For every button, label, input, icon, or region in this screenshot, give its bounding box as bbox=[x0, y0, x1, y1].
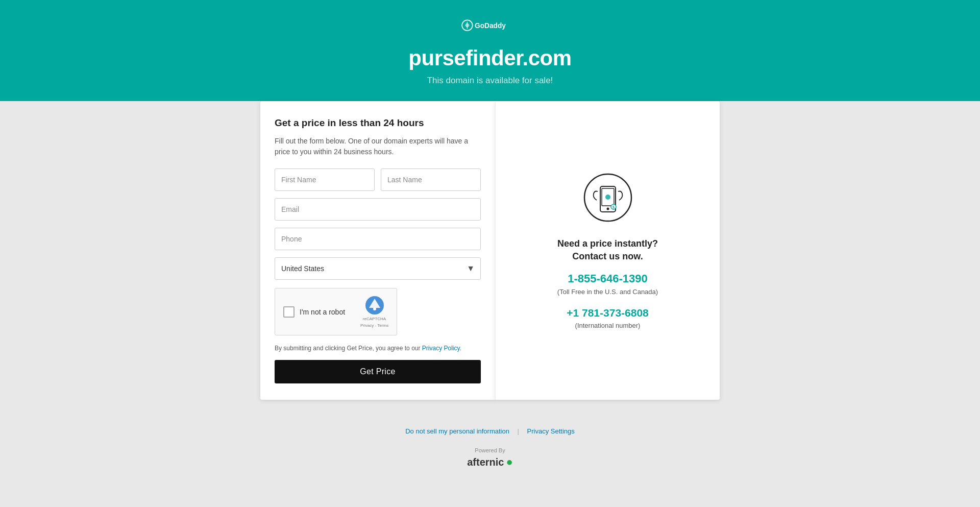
recaptcha-widget[interactable]: I'm not a robot reCAPTCHA Privacy - Term… bbox=[275, 288, 397, 335]
cards-wrapper: Get a price in less than 24 hours Fill o… bbox=[260, 101, 720, 400]
email-input[interactable] bbox=[275, 198, 481, 221]
recaptcha-brand: reCAPTCHA bbox=[363, 317, 386, 322]
captcha-checkbox[interactable] bbox=[283, 306, 295, 318]
last-name-input[interactable] bbox=[381, 168, 481, 191]
afternic-logo: afternic ● bbox=[467, 455, 513, 469]
contact-card: $ Need a price instantly? Contact us now… bbox=[495, 101, 720, 400]
name-row bbox=[275, 168, 481, 191]
get-price-button[interactable]: Get Price bbox=[275, 360, 481, 383]
form-description: Fill out the form below. One of our doma… bbox=[275, 136, 481, 157]
phone-group bbox=[275, 228, 481, 250]
country-select-wrapper: United States Canada United Kingdom Aust… bbox=[275, 257, 481, 280]
domain-subtitle: This domain is available for sale! bbox=[10, 76, 970, 86]
privacy-settings-link[interactable]: Privacy Settings bbox=[527, 427, 575, 435]
phone-illustration-icon: $ bbox=[582, 172, 633, 223]
phone-secondary-label: (International number) bbox=[575, 322, 641, 329]
terms-text: By submitting and clicking Get Price, yo… bbox=[275, 344, 481, 353]
powered-by-text: Powered By bbox=[5, 447, 975, 453]
powered-by-section: Powered By afternic ● bbox=[0, 442, 980, 474]
footer-divider: | bbox=[518, 427, 519, 435]
footer-bar: Do not sell my personal information | Pr… bbox=[0, 420, 980, 442]
godaddy-logo: GoDaddy bbox=[459, 15, 521, 36]
phone-secondary-link[interactable]: +1 781-373-6808 bbox=[567, 307, 649, 319]
svg-point-8 bbox=[605, 195, 610, 200]
captcha-right: reCAPTCHA Privacy - Terms bbox=[360, 296, 388, 328]
phone-primary-label: (Toll Free in the U.S. and Canada) bbox=[557, 288, 658, 296]
main-content: Get a price in less than 24 hours Fill o… bbox=[0, 101, 980, 420]
phone-input[interactable] bbox=[275, 228, 481, 250]
svg-text:$: $ bbox=[612, 205, 615, 209]
domain-name: pursefinder.com bbox=[10, 46, 970, 70]
svg-text:GoDaddy: GoDaddy bbox=[475, 22, 506, 30]
first-name-input[interactable] bbox=[275, 168, 375, 191]
svg-point-7 bbox=[606, 207, 609, 210]
captcha-left: I'm not a robot bbox=[283, 306, 345, 318]
recaptcha-logo-icon bbox=[365, 296, 384, 315]
form-title: Get a price in less than 24 hours bbox=[275, 117, 481, 129]
logo-area: GoDaddy bbox=[10, 15, 970, 38]
contact-heading: Need a price instantly? Contact us now. bbox=[557, 237, 658, 263]
svg-point-3 bbox=[373, 307, 376, 310]
privacy-policy-link[interactable]: Privacy Policy bbox=[422, 345, 460, 352]
phone-primary-link[interactable]: 1-855-646-1390 bbox=[568, 272, 648, 285]
captcha-label: I'm not a robot bbox=[300, 308, 345, 316]
do-not-sell-link[interactable]: Do not sell my personal information bbox=[405, 427, 509, 435]
form-card: Get a price in less than 24 hours Fill o… bbox=[260, 101, 495, 400]
recaptcha-links: Privacy - Terms bbox=[360, 323, 388, 328]
country-select[interactable]: United States Canada United Kingdom Aust… bbox=[275, 257, 481, 280]
email-group bbox=[275, 198, 481, 221]
